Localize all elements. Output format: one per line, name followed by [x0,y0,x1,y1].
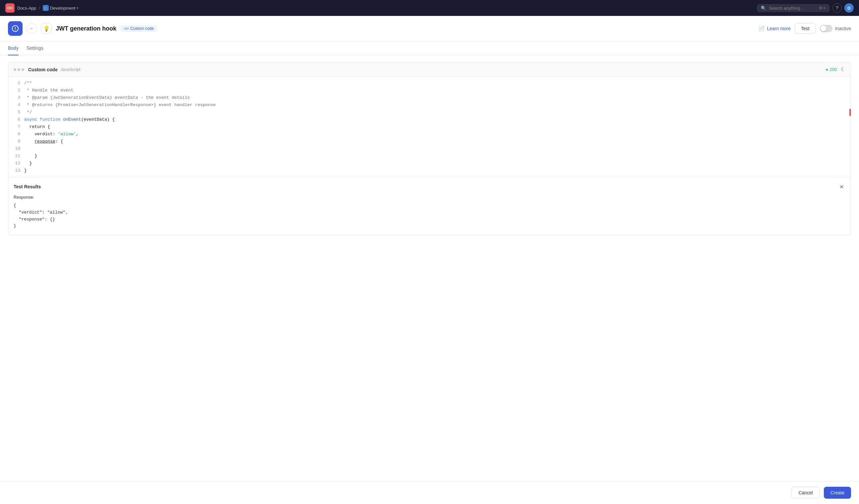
active-toggle[interactable]: Inactive [820,25,851,32]
test-results-title: Test Results [14,184,41,189]
brand-logo [8,21,22,36]
close-button[interactable]: ✕ [838,183,845,190]
search-icon: 🔍 [761,6,766,11]
dot-3 [21,68,24,71]
hook-icon: 💡 [41,23,52,34]
code-panel-title: Custom code [28,67,58,72]
page-title: JWT generation hook [56,25,117,32]
code-line-5: */ [24,109,845,116]
app-logo: DO [5,3,15,13]
env-name: Development [50,6,76,11]
code-line-3: * @param {JwtGenerationEventData} eventD… [24,94,845,102]
test-button[interactable]: Test [795,23,816,34]
code-line-8: verdict: 'allow', [24,131,845,138]
code-language: JavaScript [60,67,80,72]
credits-display: ● 200 [826,67,837,72]
top-navigation: DO Docs-App / ⬡ Development ▾ 🔍 Search a… [0,0,859,16]
cancel-button[interactable]: Cancel [792,487,820,499]
dark-mode-icon[interactable]: ☾ [841,66,845,73]
code-editor[interactable]: 1 2 3 4 5 6 7 8 9 10 11 12 13 /** * Hand… [8,77,851,177]
learn-more-icon: 📄 [758,26,765,32]
test-results-panel: Test Results ✕ Response: { "verdict": "a… [8,178,851,235]
error-indicator [849,109,851,116]
credits-icon: ● [826,67,828,72]
code-line-4: * @returns {Promise<JwtGenerationHandler… [24,102,845,109]
page-header: ← 💡 JWT generation hook </> Custom code … [0,16,859,42]
toggle-thumb [820,26,827,31]
code-panel-header: Custom code JavaScript ● 200 ☾ [8,62,851,77]
app-name[interactable]: Docs-App [17,6,36,11]
code-line-10 [24,145,845,153]
code-line-7: return { [24,123,845,131]
badge-label: Custom code [130,26,154,31]
response-label: Response: [14,195,845,200]
create-button[interactable]: Create [824,487,851,499]
main-container: ← 💡 JWT generation hook </> Custom code … [0,16,859,504]
brand-logo-icon [11,25,19,32]
toggle-label: Inactive [835,26,851,31]
code-line-11: } [24,153,845,160]
avatar[interactable]: D [844,3,854,13]
code-line-6: async function onEvent(eventData) { [24,116,845,123]
code-line-13: } [24,167,845,174]
code-line-9: response: { [24,138,845,145]
code-type-badge: </> Custom code [120,25,157,32]
dot-2 [18,68,20,71]
chevron-down-icon: ▾ [77,6,79,10]
back-button[interactable]: ← [27,23,37,34]
search-placeholder: Search anything... [769,6,804,11]
code-line-2: * Handle the event [24,87,845,94]
code-icon: </> [124,27,129,31]
line-numbers: 1 2 3 4 5 6 7 8 9 10 11 12 13 [8,80,24,174]
toggle-track[interactable] [820,25,832,32]
tab-bar: Body Settings [0,42,859,55]
code-content[interactable]: /** * Handle the event * @param {JwtGene… [24,80,851,174]
search-bar[interactable]: 🔍 Search anything... ⌘ K [757,4,830,12]
help-button[interactable]: ? [832,3,842,13]
tab-body[interactable]: Body [8,42,18,55]
credits-value: 200 [829,67,837,72]
response-code: { "verdict": "allow", "response": {} } [14,202,845,230]
panel-dots [14,68,24,71]
env-icon: ⬡ [43,5,49,11]
learn-more-link[interactable]: 📄 Learn more [758,26,791,32]
test-results-header: Test Results ✕ [14,183,845,190]
content-area: Custom code JavaScript ● 200 ☾ 1 2 3 4 5… [0,55,859,481]
tab-settings[interactable]: Settings [27,42,43,55]
dot-1 [14,68,16,71]
nav-separator: / [39,6,40,11]
code-line-1: /** [24,80,845,87]
env-selector[interactable]: ⬡ Development ▾ [43,5,79,11]
learn-more-label: Learn more [767,26,791,31]
code-line-12: } [24,160,845,167]
page-footer: Cancel Create [0,481,859,504]
code-panel: Custom code JavaScript ● 200 ☾ 1 2 3 4 5… [8,62,851,235]
search-shortcut: ⌘ K [819,6,826,10]
